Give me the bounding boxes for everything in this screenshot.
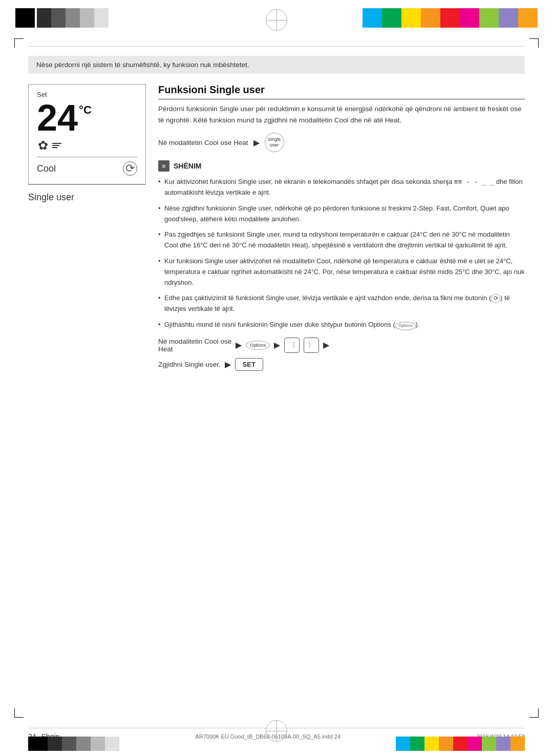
gray-sq-2 <box>51 8 66 28</box>
printer-marks-top <box>0 0 553 36</box>
color-purple <box>499 8 518 28</box>
single-user-btn-label: Singleuser <box>268 137 281 148</box>
bottom-gray-4 <box>91 737 105 751</box>
corner-mark-br <box>529 708 539 718</box>
color-orange <box>421 8 440 28</box>
note-item-5: Edhe pas çaktivizimit të funksionit Sing… <box>158 293 525 314</box>
color-green <box>382 8 401 28</box>
warning-box: Nëse përdorni një sistem të shumëfishtë,… <box>28 56 525 74</box>
mark-right <box>363 8 538 28</box>
bottom-gray-3 <box>76 737 91 751</box>
mode-instruction-text: Në modalitetin Cool ose Heat <box>158 139 248 146</box>
gray-sq-4 <box>80 8 94 28</box>
instruction-row-2: Zgjidhni Single user. ▶ SET <box>158 358 525 371</box>
swing-icon: ⟳ <box>123 161 137 176</box>
arrow-2: ▶ <box>274 340 280 350</box>
color-magenta <box>460 8 479 28</box>
color-gold <box>518 8 538 28</box>
single-user-select-text: Zgjidhni Single user. <box>158 361 221 368</box>
mode-row: Cool ⟳ <box>37 157 137 176</box>
note-list: Kur aktivizohet funksioni Single user, n… <box>158 177 525 330</box>
printer-marks-bottom <box>28 737 525 751</box>
bottom-lime <box>482 737 496 751</box>
left-column: Set 24 °C ✿ Cool ⟳ <box>28 84 146 203</box>
set-btn[interactable]: SET <box>235 358 263 371</box>
display-icons: ✿ <box>37 138 137 153</box>
bottom-gray-2 <box>62 737 76 751</box>
black-square <box>15 8 35 28</box>
top-rule <box>28 46 525 47</box>
swing-inline-icon: ⟳ <box>491 294 500 303</box>
main-content: Nëse përdorni një sistem të shumëfishtë,… <box>28 46 525 710</box>
nav-right-btn[interactable]: 〉 <box>304 338 319 353</box>
note-item-2: Nëse zgjidhni funksionin Single user, nd… <box>158 203 525 225</box>
bottom-yellow <box>424 737 439 751</box>
nav-left-btn[interactable]: 〈 <box>284 338 300 353</box>
corner-mark-tl <box>14 38 24 48</box>
mode-text: Cool <box>37 163 56 174</box>
signal-bars <box>52 143 61 148</box>
note-item-3: Pas zgjedhjes së funksionit Single user,… <box>158 229 525 251</box>
bottom-black-sq <box>28 737 48 751</box>
gray-sq-5 <box>94 8 109 28</box>
bottom-mark-right <box>396 737 525 751</box>
note-item-1: Kur aktivizohet funksioni Single user, n… <box>158 177 525 198</box>
temperature-row: 24 °C <box>37 99 137 136</box>
dashes-indicator: ≡≡ - - _ _ <box>454 178 494 185</box>
note-section: ≡ SHËNIM Kur aktivizohet funksioni Singl… <box>158 160 525 330</box>
color-yellow <box>401 8 421 28</box>
bottom-magenta <box>467 737 482 751</box>
warning-text: Nëse përdorni një sistem të shumëfishtë,… <box>36 61 249 69</box>
fan-icon: ✿ <box>38 138 48 153</box>
arrow-4: ▶ <box>225 360 231 369</box>
instruction-row-1: Në modalitetin Cool oseHeat ▶ Options ▶ … <box>158 338 525 353</box>
corner-mark-tr <box>529 38 539 48</box>
gray-squares <box>37 8 109 28</box>
single-user-button[interactable]: Singleuser <box>265 133 284 152</box>
note-item-6: Gjithashtu mund të nisni funksionin Sing… <box>158 320 525 330</box>
note-icon: ≡ <box>158 160 169 172</box>
right-column: Funksioni Single user Përdorni funksioni… <box>158 84 525 371</box>
arrow-1: ▶ <box>236 340 242 350</box>
reg-circle <box>266 9 287 31</box>
two-column-layout: Set 24 °C ✿ Cool ⟳ <box>28 84 525 371</box>
color-red <box>440 8 460 28</box>
bottom-red <box>453 737 467 751</box>
degree-symbol: °C <box>79 103 92 117</box>
bottom-purple <box>496 737 511 751</box>
registration-mark-center-top <box>266 9 287 31</box>
bottom-orange <box>439 737 453 751</box>
bottom-gold <box>511 737 525 751</box>
bottom-cyan <box>396 737 410 751</box>
intro-text: Përdorni funksionin Single user për redu… <box>158 103 525 125</box>
options-btn[interactable]: Options <box>246 341 270 350</box>
mode-instruction: Në modalitetin Cool ose Heat ▶ Singleuse… <box>158 133 525 152</box>
note-header: ≡ SHËNIM <box>158 160 525 172</box>
bottom-gray-1 <box>48 737 62 751</box>
gray-sq-1 <box>37 8 51 28</box>
note-item-4: Kur funksioni Single user aktivizohet në… <box>158 256 525 288</box>
color-lime <box>479 8 499 28</box>
mark-left <box>15 8 109 28</box>
gray-sq-3 <box>66 8 80 28</box>
single-user-label: Single user <box>28 192 146 203</box>
arrow-right-icon: ▶ <box>253 138 260 148</box>
temperature-number: 24 <box>37 99 78 136</box>
section-title: Funksioni Single user <box>158 84 525 99</box>
options-inline-btn: Options <box>395 322 416 330</box>
bottom-gray-5 <box>105 737 119 751</box>
cool-heat-text: Në modalitetin Cool oseHeat <box>158 338 231 353</box>
arrow-3: ▶ <box>323 340 329 350</box>
note-title: SHËNIM <box>174 162 201 170</box>
bottom-mark-left <box>28 737 119 751</box>
color-cyan <box>363 8 382 28</box>
corner-mark-bl <box>14 708 24 718</box>
bottom-green <box>410 737 424 751</box>
display-panel: Set 24 °C ✿ Cool ⟳ <box>28 84 146 184</box>
